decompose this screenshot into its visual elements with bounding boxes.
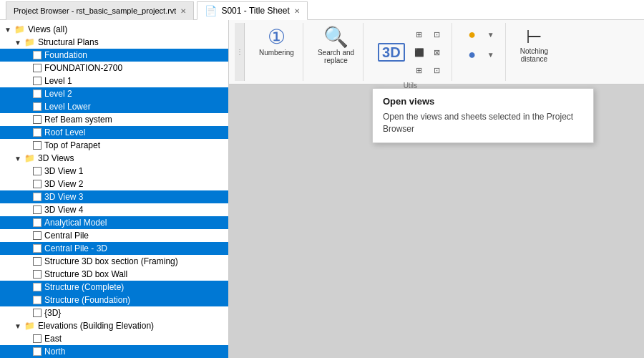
folder-icon: 📁: [24, 37, 35, 47]
item-label: Ref Beam system: [44, 115, 112, 125]
checkbox-icon: [33, 180, 42, 188]
checkbox-icon: [33, 296, 42, 304]
tree-item-structure-3d-box-framing[interactable]: Structure 3D box section (Framing): [0, 255, 228, 268]
tab-title-sheet-close[interactable]: ✕: [294, 7, 300, 15]
blue-dot-button[interactable]: ●: [464, 46, 481, 63]
search-replace-label: Search andreplace: [318, 49, 354, 64]
item-label: Structure 3D box section (Framing): [44, 256, 178, 266]
tree-item-3d-bracket[interactable]: {3D}: [0, 306, 228, 319]
tree-item-east[interactable]: East: [0, 332, 228, 345]
folder-expand-icon: ▼: [13, 153, 23, 163]
tree-item-ref-beam-system[interactable]: Ref Beam system: [0, 113, 228, 126]
checkbox-icon: [33, 90, 42, 98]
tree-item-central-pile-3d[interactable]: Central Pile - 3D: [0, 242, 228, 255]
notching-button[interactable]: ⊢ Notchingdistance: [517, 26, 551, 64]
title-bar: Project Browser - rst_basic_sample_proje…: [0, 0, 644, 20]
tree-item-structure-foundation[interactable]: Structure (Foundation): [0, 294, 228, 306]
tree-item-foundation-2700[interactable]: FOUNDATION-2700: [0, 62, 228, 74]
checkbox-icon: [33, 334, 42, 343]
tree-item-foundation[interactable]: Foundation: [0, 49, 228, 62]
tree-item-level-2[interactable]: Level 2: [0, 87, 228, 100]
item-label: FOUNDATION-2700: [44, 63, 122, 73]
tree-item-views-all[interactable]: ▼📁Views (all): [0, 23, 228, 36]
yellow-dot-dropdown[interactable]: ▼: [482, 26, 499, 43]
checkbox-icon: [33, 141, 42, 150]
tree-item-north[interactable]: North: [0, 345, 228, 358]
item-label: 3D View 4: [44, 205, 83, 215]
tree-item-roof-level[interactable]: Roof Level: [0, 126, 228, 139]
item-label: Elevations (Building Elevation): [38, 321, 154, 331]
tree-item-structure-complete[interactable]: Structure (Complete): [0, 281, 228, 294]
search-replace-button[interactable]: 🔍 Search andreplace: [315, 26, 357, 66]
ribbon-strip: ⋮ ① Numbering 🔍 Search andreplace: [229, 20, 644, 84]
tree-item-3d-view-4[interactable]: 3D View 4: [0, 203, 228, 216]
small-icons-grid: ⊞ ⊡ ⬛ ⊠ ⊞ ⊡: [411, 26, 446, 79]
checkbox-icon: [33, 167, 42, 175]
checkbox-icon: [33, 205, 42, 214]
expand-icon: ▼: [3, 24, 13, 34]
item-label: Analytical Model: [44, 218, 107, 228]
checkbox-icon: [33, 77, 42, 85]
folder-expand-icon: ▼: [13, 37, 23, 47]
checkbox-icon: [33, 51, 42, 59]
item-label: Foundation: [44, 50, 87, 60]
checkbox-icon: [33, 347, 42, 356]
checkbox-icon: [33, 231, 42, 240]
notching-label: Notchingdistance: [520, 47, 548, 63]
ribbon-side-handle[interactable]: ⋮: [235, 23, 245, 81]
checkbox-icon: [33, 193, 42, 201]
item-label: 3D Views: [38, 153, 74, 163]
item-label: Views (all): [28, 24, 67, 34]
small-icon-6[interactable]: ⊡: [429, 62, 446, 79]
tree-item-level-1[interactable]: Level 1: [0, 74, 228, 87]
checkbox-icon: [33, 244, 42, 253]
item-label: Level 1: [44, 76, 72, 86]
search-replace-icon: 🔍: [323, 27, 348, 47]
item-label: Level Lower: [44, 102, 91, 112]
small-icon-1[interactable]: ⊞: [411, 26, 428, 43]
tree-item-structure-3d-box-wall[interactable]: Structure 3D box Wall: [0, 268, 228, 281]
ribbon-group-3d: 3D ⊞ ⊡ ⬛ ⊠ ⊞ ⊡ Utils: [369, 23, 452, 81]
checkbox-icon: [33, 102, 42, 111]
numbering-button[interactable]: ① Numbering: [256, 26, 297, 58]
tooltip-overlay: Open views Open the views and sheets sel…: [372, 88, 594, 143]
ribbon-group-notching: ⊢ Notchingdistance: [512, 23, 557, 81]
tab-title-sheet-label: S001 - Title Sheet: [221, 6, 289, 16]
tree-item-elevations[interactable]: ▼📁Elevations (Building Elevation): [0, 319, 228, 332]
tree-item-3d-view-1[interactable]: 3D View 1: [0, 165, 228, 178]
tree-item-central-pile[interactable]: Central Pile: [0, 229, 228, 242]
item-label: Structure 3D box Wall: [44, 269, 127, 279]
tab-browser[interactable]: Project Browser - rst_basic_sample_proje…: [6, 1, 194, 20]
checkbox-icon: [33, 115, 42, 124]
checkbox-icon: [33, 64, 42, 72]
checkbox-icon: [33, 283, 42, 291]
tree-container[interactable]: ▼📁Views (all)▼📁Structural PlansFoundatio…: [0, 20, 228, 358]
numbering-icon: ①: [268, 27, 286, 47]
checkbox-icon: [33, 270, 42, 279]
small-icon-4[interactable]: ⊠: [429, 44, 446, 61]
small-icon-2[interactable]: ⊡: [429, 26, 446, 43]
small-icon-3[interactable]: ⬛: [411, 44, 428, 61]
tab-title-sheet[interactable]: 📄 S001 - Title Sheet ✕: [197, 1, 307, 20]
item-label: Structural Plans: [38, 37, 99, 47]
item-label: Central Pile: [44, 231, 89, 241]
tree-item-3d-views[interactable]: ▼📁3D Views: [0, 152, 228, 165]
3d-view-button[interactable]: 3D: [375, 42, 408, 63]
tree-item-level-lower[interactable]: Level Lower: [0, 100, 228, 113]
tree-item-structural-plans[interactable]: ▼📁Structural Plans: [0, 36, 228, 49]
tree-item-3d-view-3[interactable]: 3D View 3: [0, 190, 228, 203]
checkbox-icon: [33, 218, 42, 227]
item-label: Roof Level: [44, 127, 85, 137]
tree-item-analytical-model[interactable]: Analytical Model: [0, 216, 228, 229]
item-label: Structure (Foundation): [44, 295, 130, 305]
tree-item-3d-view-2[interactable]: 3D View 2: [0, 178, 228, 190]
yellow-dot-button[interactable]: ●: [464, 26, 481, 43]
numbering-label: Numbering: [259, 49, 294, 57]
tooltip-description: Open the views and sheets selected in th…: [383, 111, 583, 135]
tab-browser-close[interactable]: ✕: [180, 7, 186, 15]
blue-dot-dropdown[interactable]: ▼: [482, 46, 499, 63]
ribbon-group-search: 🔍 Search andreplace: [309, 23, 364, 81]
checkbox-icon: [33, 257, 42, 266]
small-icon-5[interactable]: ⊞: [411, 62, 428, 79]
tree-item-top-of-parapet[interactable]: Top of Parapet: [0, 139, 228, 152]
